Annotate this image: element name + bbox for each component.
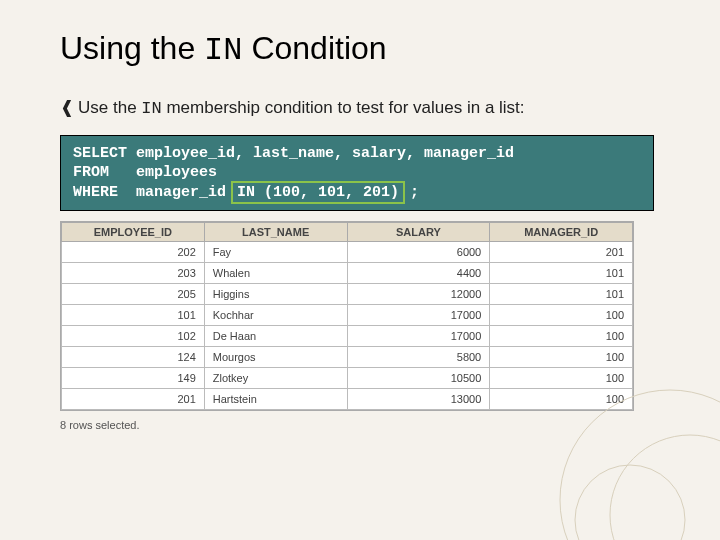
cell-employee-id: 205 bbox=[62, 284, 205, 305]
title-mono: IN bbox=[204, 32, 242, 69]
sql-code-block: SELECT employee_id, last_name, salary, m… bbox=[60, 135, 654, 212]
cell-salary: 5800 bbox=[347, 347, 490, 368]
cell-employee-id: 101 bbox=[62, 305, 205, 326]
bullet-mono: IN bbox=[141, 99, 161, 118]
cell-salary: 4400 bbox=[347, 263, 490, 284]
table-row: 149Zlotkey10500100 bbox=[62, 368, 633, 389]
col-salary: SALARY bbox=[347, 223, 490, 242]
cell-employee-id: 201 bbox=[62, 389, 205, 410]
rows-selected-status: 8 rows selected. bbox=[60, 419, 670, 431]
bullet-icon: ❰ bbox=[60, 98, 74, 117]
sql-line1: SELECT employee_id, last_name, salary, m… bbox=[73, 145, 514, 162]
cell-manager-id: 100 bbox=[490, 368, 633, 389]
cell-last-name: Hartstein bbox=[204, 389, 347, 410]
col-manager-id: MANAGER_ID bbox=[490, 223, 633, 242]
cell-manager-id: 100 bbox=[490, 305, 633, 326]
sql-line3a: WHERE manager_id bbox=[73, 184, 235, 201]
cell-employee-id: 202 bbox=[62, 242, 205, 263]
cell-salary: 6000 bbox=[347, 242, 490, 263]
cell-salary: 13000 bbox=[347, 389, 490, 410]
svg-point-2 bbox=[575, 465, 685, 540]
table-row: 101Kochhar17000100 bbox=[62, 305, 633, 326]
bullet-text: ❰Use the IN membership condition to test… bbox=[60, 97, 670, 121]
cell-employee-id: 149 bbox=[62, 368, 205, 389]
cell-employee-id: 203 bbox=[62, 263, 205, 284]
cell-last-name: Zlotkey bbox=[204, 368, 347, 389]
sql-highlight: IN (100, 101, 201) bbox=[231, 181, 405, 205]
cell-manager-id: 100 bbox=[490, 389, 633, 410]
cell-manager-id: 100 bbox=[490, 347, 633, 368]
table-row: 202Fay6000201 bbox=[62, 242, 633, 263]
cell-salary: 17000 bbox=[347, 326, 490, 347]
table-row: 102De Haan17000100 bbox=[62, 326, 633, 347]
cell-last-name: Kochhar bbox=[204, 305, 347, 326]
cell-last-name: Mourgos bbox=[204, 347, 347, 368]
table-row: 201Hartstein13000100 bbox=[62, 389, 633, 410]
sql-line3b: ; bbox=[401, 184, 419, 201]
table-header-row: EMPLOYEE_ID LAST_NAME SALARY MANAGER_ID bbox=[62, 223, 633, 242]
cell-employee-id: 102 bbox=[62, 326, 205, 347]
cell-manager-id: 101 bbox=[490, 263, 633, 284]
cell-last-name: Higgins bbox=[204, 284, 347, 305]
result-table: EMPLOYEE_ID LAST_NAME SALARY MANAGER_ID … bbox=[61, 222, 633, 410]
cell-manager-id: 101 bbox=[490, 284, 633, 305]
cell-last-name: Whalen bbox=[204, 263, 347, 284]
slide-title: Using the IN Condition bbox=[60, 30, 670, 69]
sql-line2: FROM employees bbox=[73, 164, 217, 181]
table-row: 124Mourgos5800100 bbox=[62, 347, 633, 368]
bullet-t1: Use the bbox=[78, 98, 141, 117]
cell-manager-id: 201 bbox=[490, 242, 633, 263]
cell-last-name: De Haan bbox=[204, 326, 347, 347]
cell-employee-id: 124 bbox=[62, 347, 205, 368]
cell-salary: 12000 bbox=[347, 284, 490, 305]
cell-salary: 17000 bbox=[347, 305, 490, 326]
title-before: Using the bbox=[60, 30, 204, 66]
col-employee-id: EMPLOYEE_ID bbox=[62, 223, 205, 242]
cell-salary: 10500 bbox=[347, 368, 490, 389]
cell-last-name: Fay bbox=[204, 242, 347, 263]
title-after: Condition bbox=[242, 30, 386, 66]
result-table-wrap: EMPLOYEE_ID LAST_NAME SALARY MANAGER_ID … bbox=[60, 221, 634, 411]
table-row: 205Higgins12000101 bbox=[62, 284, 633, 305]
bullet-t2: membership condition to test for values … bbox=[162, 98, 525, 117]
col-last-name: LAST_NAME bbox=[204, 223, 347, 242]
cell-manager-id: 100 bbox=[490, 326, 633, 347]
table-row: 203Whalen4400101 bbox=[62, 263, 633, 284]
